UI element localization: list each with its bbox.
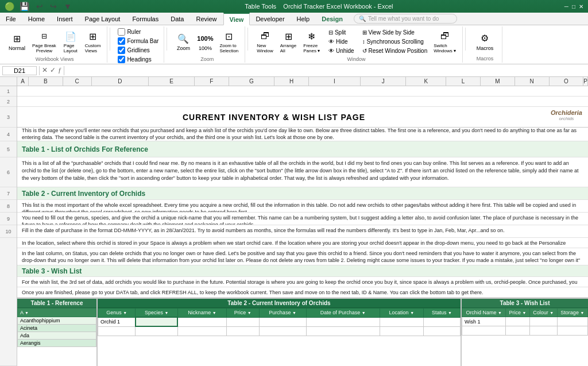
- col-header-j[interactable]: J: [361, 77, 407, 86]
- inv-empty-row1[interactable]: [98, 326, 136, 336]
- quick-access-redo[interactable]: ↪: [48, 2, 59, 11]
- wish-cell-storage[interactable]: [557, 317, 587, 326]
- sort-icon-wish-price: ▼: [523, 311, 527, 315]
- file-title: Orchid Tracker Excel Workbook - Excel: [283, 3, 393, 10]
- insert-function-icon[interactable]: ƒ: [58, 66, 61, 75]
- zoom-100-btn[interactable]: 100% 100%: [195, 30, 215, 53]
- gridlines-checkbox[interactable]: [118, 47, 125, 54]
- tab-design[interactable]: Design: [316, 13, 349, 25]
- logo-orchideria: Orchideria: [551, 109, 582, 116]
- table1-ref-row1[interactable]: Acanthophippium: [18, 317, 96, 325]
- col-header-p[interactable]: P: [583, 77, 588, 86]
- col-header-n[interactable]: N: [515, 77, 550, 86]
- tab-home[interactable]: Home: [22, 13, 51, 25]
- search-bar[interactable]: 🔍 Tell me what you want to do: [354, 14, 457, 24]
- tab-help[interactable]: Help: [291, 13, 316, 25]
- wish-cell-price[interactable]: [506, 317, 530, 326]
- ruler-checkbox-row[interactable]: Ruler: [116, 28, 160, 36]
- new-window-btn[interactable]: 🗗 NewWindow: [254, 28, 276, 55]
- col-header-e[interactable]: E: [149, 77, 195, 86]
- sync-scroll-btn[interactable]: ↕ Synchronous Scrolling: [360, 37, 430, 46]
- normal-btn[interactable]: ⊞ Normal: [6, 30, 28, 53]
- table1-col-a: A ▼: [18, 309, 96, 317]
- col-header-i[interactable]: I: [309, 77, 361, 86]
- wish-cell-colour[interactable]: [529, 317, 557, 326]
- window-mini-btns2: ⊞ View Side by Side ↕ Synchronous Scroll…: [360, 28, 430, 55]
- row-2: [17, 97, 588, 107]
- formula-bar-checkbox-row[interactable]: Formula Bar: [116, 37, 160, 45]
- inv-cell-status[interactable]: [424, 317, 461, 326]
- wish-cell-name[interactable]: Wish 1: [462, 317, 506, 326]
- title-bar-title: Table Tools Orchid Tracker Excel Workboo…: [245, 3, 393, 10]
- inv-col-date: Date of Purchase ▼: [306, 309, 380, 318]
- col-header-o[interactable]: O: [550, 77, 584, 86]
- quick-access-save[interactable]: 💾: [18, 2, 31, 11]
- inv-cell-location[interactable]: [380, 317, 423, 326]
- confirm-formula-icon[interactable]: ✓: [50, 66, 56, 75]
- cancel-formula-icon[interactable]: ✕: [42, 66, 48, 75]
- quick-access-undo[interactable]: ↩: [34, 2, 45, 11]
- inv-cell-genus[interactable]: Orchid 1: [98, 317, 136, 326]
- col-header-f[interactable]: F: [195, 77, 229, 86]
- hide-btn[interactable]: 👁 Hide: [326, 37, 356, 46]
- col-header-d[interactable]: D: [92, 77, 149, 86]
- tab-review[interactable]: Review: [190, 13, 223, 25]
- close-btn[interactable]: ✕: [579, 3, 583, 10]
- table1-ref-row2[interactable]: Acineta: [18, 325, 96, 332]
- col-header-m[interactable]: M: [481, 77, 515, 86]
- gridlines-checkbox-row[interactable]: Gridlines: [116, 46, 160, 55]
- zoom-buttons: 🔍 Zoom 100% 100% ⊡ Zoom toSelection: [173, 28, 241, 55]
- switch-windows-btn[interactable]: 🗗 SwitchWindows ▾: [431, 28, 459, 55]
- inv-empty-cell[interactable]: [136, 326, 177, 336]
- freeze-panes-btn[interactable]: ❄ FreezePanes ▾: [300, 28, 323, 55]
- tab-file[interactable]: File: [0, 13, 22, 25]
- inv-cell-price[interactable]: [226, 317, 259, 326]
- view-side-by-side-btn[interactable]: ⊞ View Side by Side: [360, 28, 430, 37]
- col-header-b[interactable]: B: [29, 77, 63, 86]
- col-header-k[interactable]: K: [406, 77, 446, 86]
- tab-insert[interactable]: Insert: [51, 13, 79, 25]
- row-table3-desc2: Once you are finished, please go to your…: [17, 287, 588, 298]
- table1-ref-row4[interactable]: Aerangis: [18, 340, 96, 347]
- minimize-btn[interactable]: ─: [564, 3, 568, 10]
- inv-cell-date[interactable]: [306, 317, 380, 326]
- col-header-l[interactable]: L: [446, 77, 481, 86]
- arrange-all-btn[interactable]: ⊞ ArrangeAll: [277, 28, 299, 55]
- row-num-2: 2: [0, 97, 17, 107]
- unhide-btn[interactable]: 👁 Unhide: [326, 47, 356, 55]
- zoom-selection-btn[interactable]: ⊡ Zoom toSelection: [216, 28, 241, 55]
- tab-page-layout[interactable]: Page Layout: [79, 13, 127, 25]
- col-header-g[interactable]: G: [229, 77, 275, 86]
- page-break-btn[interactable]: ⊟ Page BreakPreview: [29, 28, 59, 55]
- headings-checkbox-row[interactable]: Headings: [116, 55, 160, 64]
- col-header-h[interactable]: H: [274, 77, 309, 86]
- formula-bar-checkbox[interactable]: [118, 37, 125, 45]
- page-layout-btn[interactable]: 📄 PageLayout: [60, 28, 81, 55]
- restore-btn[interactable]: □: [572, 3, 575, 10]
- new-window-icon: 🗗: [258, 29, 272, 43]
- macros-btn[interactable]: ⚙ Macros: [474, 30, 497, 53]
- row-num-3: 3: [0, 107, 17, 128]
- table1-ref-row3[interactable]: Ada: [18, 332, 96, 340]
- tab-developer[interactable]: Developer: [250, 13, 291, 25]
- col-header-c[interactable]: C: [63, 77, 92, 86]
- split-btn[interactable]: ⊟ Split: [326, 28, 356, 37]
- table-row: [462, 326, 588, 336]
- headings-checkbox[interactable]: [118, 56, 125, 63]
- name-box[interactable]: [2, 66, 37, 75]
- inv-cell-purchase[interactable]: [259, 317, 306, 326]
- custom-views-btn[interactable]: ⊞ CustomViews: [82, 28, 104, 55]
- inv-cell-species-active[interactable]: [136, 317, 177, 326]
- table3-wish-title: Table 3 - Wish List: [462, 299, 588, 308]
- formula-input[interactable]: [67, 67, 586, 75]
- inv-cell-nickname[interactable]: [177, 317, 226, 326]
- quick-access-more[interactable]: ▼: [62, 2, 74, 11]
- row-4-desc: This is the page where you'll enter new …: [17, 128, 588, 141]
- reset-window-btn[interactable]: ↺ Reset Window Position: [360, 47, 430, 55]
- tab-view[interactable]: View: [223, 13, 250, 25]
- ruler-checkbox[interactable]: [118, 28, 125, 36]
- col-header-a[interactable]: A: [17, 77, 29, 86]
- zoom-btn[interactable]: 🔍 Zoom: [173, 30, 194, 53]
- tab-data[interactable]: Data: [165, 13, 190, 25]
- tab-formulas[interactable]: Formulas: [126, 13, 165, 25]
